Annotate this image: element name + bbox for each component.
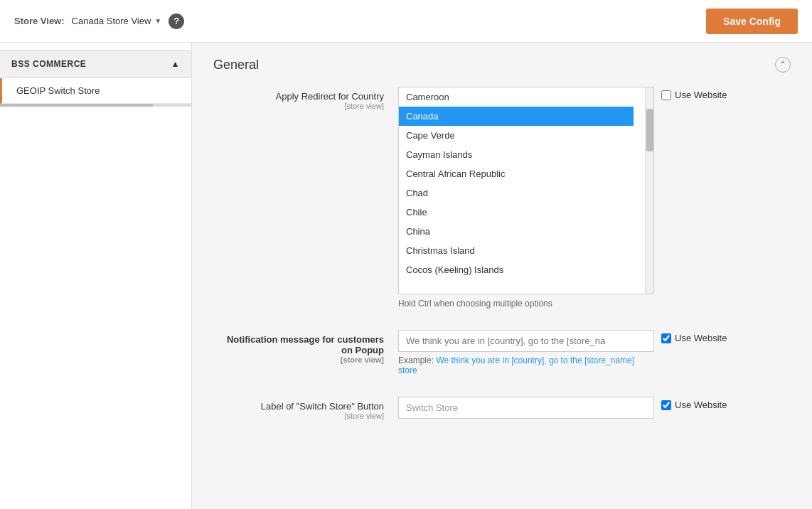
country-hint: Hold Ctrl when choosing multiple options <box>398 299 654 309</box>
country-list-item[interactable]: Cayman Islands <box>399 145 634 164</box>
chevron-down-icon: ▼ <box>154 17 161 25</box>
country-list-item[interactable]: Chad <box>399 183 634 203</box>
notification-label: Notification message for customers on Po… <box>213 330 398 364</box>
country-use-website-checkbox-wrapper: Use Website <box>661 90 727 100</box>
header-left: Store View: Canada Store View ▼ ? <box>14 14 184 29</box>
notification-use-website-checkbox-wrapper: Use Website <box>661 333 727 343</box>
sidebar-scrollbar[interactable] <box>0 104 191 107</box>
sidebar-item-geoip[interactable]: GEOIP Switch Store <box>0 78 191 104</box>
switch-store-use-website-checkbox-wrapper: Use Website <box>661 400 727 410</box>
switch-store-use-website-area: Use Website <box>661 397 727 410</box>
store-view-label: Store View: <box>14 16 65 26</box>
notification-example: Example: We think you are in [country], … <box>398 355 654 375</box>
page-title: General <box>213 58 259 73</box>
country-form-row: Apply Redirect for Country [store view] … <box>213 87 791 309</box>
sidebar: BSS COMMERCE ▲ GEOIP Switch Store <box>0 43 192 509</box>
country-list[interactable]: CameroonCanadaCape VerdeCayman IslandsCe… <box>399 87 634 294</box>
country-list-item[interactable]: China <box>399 222 634 241</box>
country-list-item[interactable]: Christmas Island <box>399 241 634 260</box>
country-use-website-checkbox[interactable] <box>661 90 671 100</box>
switch-store-form-row: Label of "Switch Store" Button [store vi… <box>213 397 791 420</box>
switch-store-label: Label of "Switch Store" Button [store vi… <box>213 397 398 420</box>
notification-use-website-label: Use Website <box>675 333 727 343</box>
list-scrollbar-thumb <box>646 109 653 151</box>
country-list-item[interactable]: Cameroon <box>399 87 634 107</box>
store-view-value: Canada Store View <box>72 16 151 26</box>
main-layout: BSS COMMERCE ▲ GEOIP Switch Store Genera… <box>0 43 812 509</box>
switch-store-control-area <box>398 397 654 419</box>
country-use-website-area: Use Website <box>661 87 727 100</box>
country-label: Apply Redirect for Country [store view] <box>213 87 398 110</box>
notification-form-row: Notification message for customers on Po… <box>213 330 791 375</box>
notification-use-website-area: Use Website <box>661 330 727 343</box>
collapse-sidebar-icon: ▲ <box>171 59 180 69</box>
switch-store-use-website-checkbox[interactable] <box>661 400 671 410</box>
sidebar-scrollbar-thumb <box>0 104 153 107</box>
save-config-button[interactable]: Save Config <box>706 9 798 34</box>
country-list-item[interactable]: Canada <box>399 107 634 126</box>
country-list-item[interactable]: Chile <box>399 203 634 222</box>
content: General ⌃ Apply Redirect for Country [st… <box>192 43 812 509</box>
store-view-select[interactable]: Canada Store View ▼ <box>72 16 162 26</box>
sidebar-section-header[interactable]: BSS COMMERCE ▲ <box>0 50 191 78</box>
country-use-website-label: Use Website <box>675 90 727 100</box>
country-list-item[interactable]: Cocos (Keeling) Islands <box>399 260 634 279</box>
notification-control-area: Example: We think you are in [country], … <box>398 330 654 375</box>
country-list-item[interactable]: Cape Verde <box>399 126 634 145</box>
sidebar-section-title: BSS COMMERCE <box>11 59 86 69</box>
header: Store View: Canada Store View ▼ ? Save C… <box>0 0 812 43</box>
country-control-area: CameroonCanadaCape VerdeCayman IslandsCe… <box>398 87 654 309</box>
collapse-section-icon[interactable]: ⌃ <box>775 57 791 73</box>
switch-store-use-website-label: Use Website <box>675 400 727 410</box>
sidebar-item-label: GEOIP Switch Store <box>16 85 100 96</box>
content-header: General ⌃ <box>213 57 791 73</box>
notification-input[interactable] <box>398 330 654 352</box>
help-icon[interactable]: ? <box>169 14 184 29</box>
switch-store-input[interactable] <box>398 397 654 419</box>
country-select-wrapper: CameroonCanadaCape VerdeCayman IslandsCe… <box>398 87 654 294</box>
country-list-item[interactable]: Central African Republic <box>399 164 634 183</box>
list-scrollbar[interactable] <box>645 87 653 294</box>
notification-use-website-checkbox[interactable] <box>661 333 671 343</box>
